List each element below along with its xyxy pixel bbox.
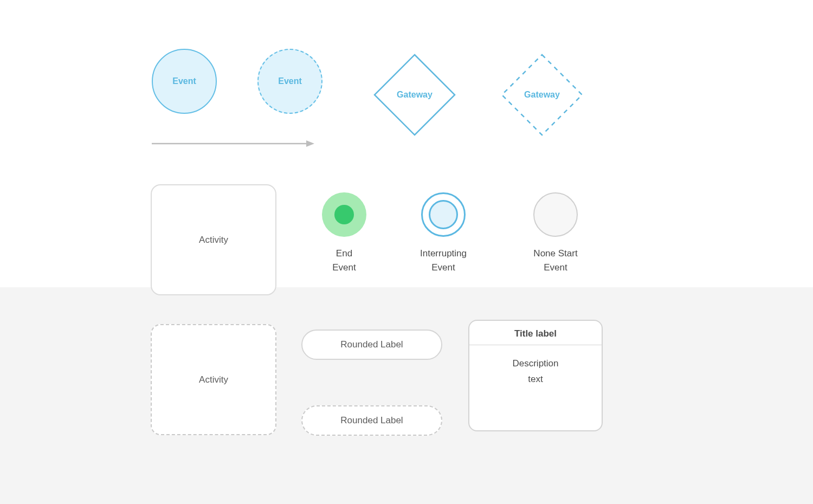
interrupting-event-label: Interrupting Event: [420, 247, 467, 275]
end-event-item[interactable]: End Event: [301, 192, 388, 275]
rounded-label-dashed-text: Rounded Label: [340, 415, 403, 426]
gateway-solid-label: Gateway: [397, 90, 433, 100]
event-circle-solid[interactable]: Event: [152, 49, 217, 114]
gateway-diamond-dashed[interactable]: Gateway: [499, 51, 585, 138]
activity-dashed-label: Activity: [199, 374, 228, 385]
gateway-dashed-label: Gateway: [524, 90, 560, 100]
activity-box-dashed[interactable]: Activity: [151, 324, 276, 435]
end-event-label: End Event: [332, 247, 356, 275]
rounded-label-solid[interactable]: Rounded Label: [301, 329, 442, 360]
event-circle-solid-label: Event: [172, 76, 196, 86]
diagram-canvas: Event Event Gateway Gateway Activity End…: [0, 0, 813, 504]
gateway-diamond-solid[interactable]: Gateway: [371, 51, 458, 138]
event-circle-dashed[interactable]: Event: [257, 49, 322, 114]
background-lower-band: [0, 287, 813, 504]
end-event-icon: [322, 192, 366, 237]
title-description-card[interactable]: Title label Description text: [468, 320, 603, 431]
svg-marker-3: [306, 140, 314, 147]
interrupting-event-item[interactable]: Interrupting Event: [400, 192, 487, 275]
rounded-label-dashed[interactable]: Rounded Label: [301, 405, 442, 436]
rounded-label-solid-text: Rounded Label: [340, 339, 403, 350]
none-start-event-label: None Start Event: [533, 247, 577, 275]
event-circle-dashed-label: Event: [278, 76, 302, 86]
card-body: Description text: [469, 345, 602, 430]
none-start-event-item[interactable]: None Start Event: [512, 192, 599, 275]
interrupting-event-icon: [421, 192, 466, 237]
activity-solid-label: Activity: [199, 235, 228, 245]
activity-box-solid[interactable]: Activity: [151, 184, 276, 295]
arrow-right-icon: [152, 138, 314, 149]
card-title: Title label: [469, 321, 602, 345]
sequence-flow-arrow[interactable]: [152, 138, 314, 149]
none-start-event-icon: [533, 192, 578, 237]
